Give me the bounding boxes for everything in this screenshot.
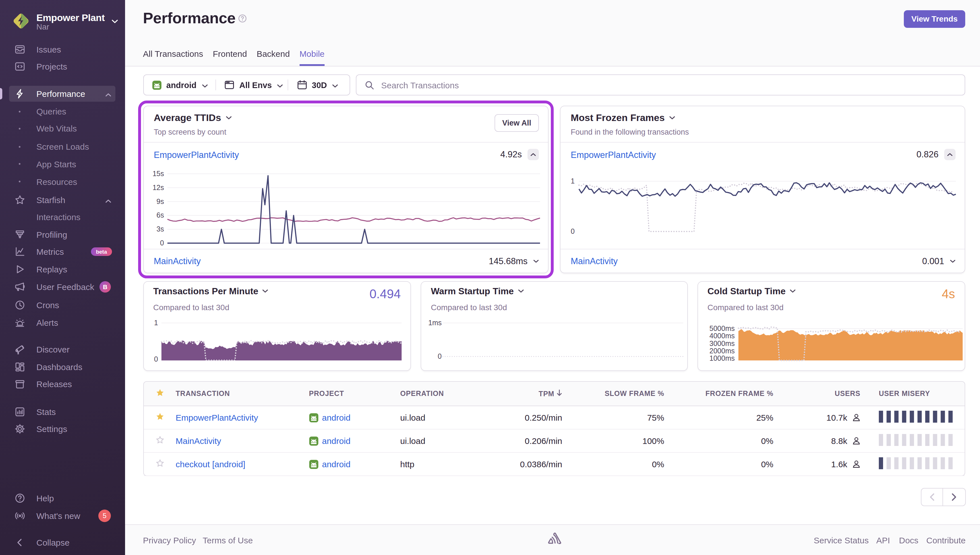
svg-text:9s: 9s [156, 197, 164, 205]
svg-text:15s: 15s [153, 169, 164, 177]
svg-text:1ms: 1ms [428, 318, 442, 326]
svg-text:6s: 6s [156, 211, 164, 219]
svg-text:3000ms: 3000ms [709, 339, 734, 347]
svg-text:0: 0 [438, 352, 442, 360]
svg-text:1: 1 [571, 176, 575, 184]
svg-text:0: 0 [154, 355, 158, 363]
svg-text:3s: 3s [156, 225, 164, 233]
svg-text:5000ms: 5000ms [709, 324, 734, 332]
svg-text:1: 1 [154, 318, 158, 326]
svg-text:0: 0 [571, 227, 575, 235]
svg-text:4000ms: 4000ms [709, 332, 734, 339]
svg-text:2000ms: 2000ms [709, 346, 734, 354]
svg-text:0: 0 [160, 239, 164, 247]
svg-text:1000ms: 1000ms [709, 354, 734, 362]
svg-text:12s: 12s [153, 183, 164, 191]
